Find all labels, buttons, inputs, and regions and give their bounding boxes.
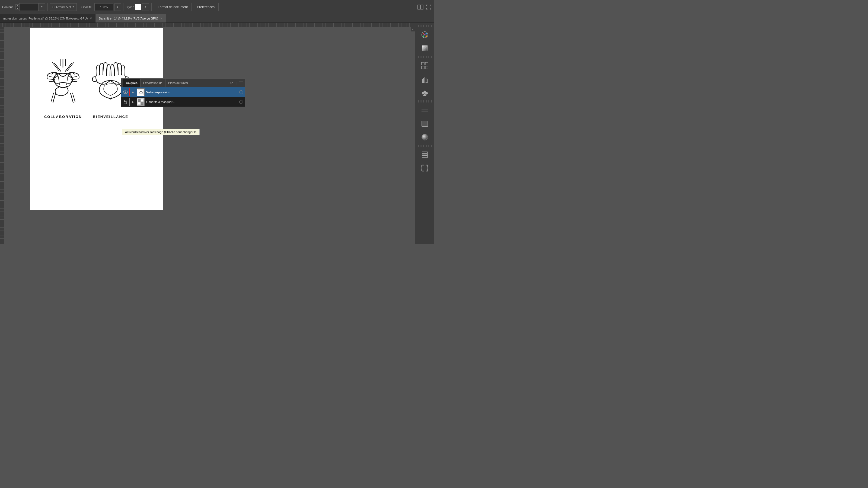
sidebar-rule-3 [416,100,433,102]
svg-rect-58 [422,152,428,154]
contour-group: Contour : ▲ ▼ ▼ [2,3,45,11]
style-swatch[interactable] [135,4,141,10]
layer-2-expand[interactable]: ▶ [130,99,135,104]
svg-rect-42 [425,66,428,69]
expand-icon[interactable] [425,4,432,10]
svg-rect-24 [138,90,144,95]
gradient-btn[interactable] [418,42,431,55]
contour-up-arrow[interactable]: ▲ [16,4,19,7]
layer-2-color-bar [129,98,130,106]
grid-btn[interactable] [418,59,431,72]
tab-1[interactable]: mpression_cartes_Foglietto.ai* @ 53,28% … [0,14,95,23]
more-tabs-btn[interactable]: >> [230,82,233,84]
contour-input-group: ▲ ▼ ▼ [16,3,45,11]
svg-point-34 [423,35,424,37]
tab-1-label: mpression_cartes_Foglietto.ai* @ 53,28% … [3,17,88,20]
layer-2-name: Gabarits à masquer... [146,100,239,104]
sidebar-rule-4 [416,145,433,147]
export-btn[interactable] [418,162,431,174]
opacite-group: Opacité : ▶ [82,3,121,11]
layer-2-circle[interactable] [239,100,243,104]
collaboration-label: COLLABORATION [44,115,82,119]
layer-row-2[interactable]: ▶ Gabarits à masquer... [121,97,245,107]
style-arrow-icon: ▼ [145,6,147,8]
artboard: COLLABORATION [30,28,163,210]
arrondi-btn[interactable]: Arrondi 5 pt ▼ [50,3,77,11]
preferences-button[interactable]: Préférences [193,3,219,11]
contour-dropdown[interactable]: ▼ [38,3,45,11]
tab-1-close[interactable]: ✕ [90,17,92,20]
layer-1-circle[interactable] [239,90,243,94]
opacite-arrow-btn[interactable]: ▶ [115,3,121,11]
bienveillance-label: BIENVEILLANCE [93,115,128,119]
scroll-up-btn[interactable]: ▲ [411,27,415,31]
contour-input[interactable] [19,3,38,11]
opacite-input[interactable] [94,3,113,11]
dot-icon [52,6,55,8]
calques-tab[interactable]: Calques [123,78,141,87]
svg-line-6 [52,62,59,71]
color-palette-btn[interactable] [418,28,431,41]
tab-separator: | [236,82,237,85]
circle-btn[interactable] [418,131,431,144]
layer-1-thumb [137,88,145,96]
style-group: Style : ▼ [126,3,149,11]
style-label: Style : [126,5,134,9]
club-btn[interactable] [418,86,431,99]
eye-icon [123,90,128,94]
opacite-label: Opacité : [82,5,93,9]
brush-btn[interactable] [418,73,431,86]
svg-point-32 [423,33,424,34]
layer-row-1[interactable]: ▶ Votre impression [121,87,245,97]
svg-rect-59 [422,154,428,156]
svg-rect-1 [421,5,423,9]
main-area: ▲ [0,23,434,244]
grid-icon [421,62,429,69]
plans-tab[interactable]: Plans de travai [165,78,191,87]
layers-stack-btn[interactable] [418,148,431,161]
contour-label: Contour : [2,5,14,9]
svg-rect-60 [422,156,428,158]
lines-btn[interactable] [418,104,431,117]
exportation-tab[interactable]: Exportation dé [141,78,165,87]
panels-icon[interactable] [417,4,424,10]
layer-1-eye[interactable] [122,89,129,95]
calques-tab-label: Calques [126,82,137,85]
rect-btn[interactable] [418,117,431,130]
sidebar-rule-2 [416,56,433,58]
svg-rect-29 [138,102,141,105]
plans-tab-label: Plans de travai [168,82,188,85]
left-ruler [0,27,4,244]
tab-2-label: Sans titre - 1* @ 43,92% (RVB/Aperçu GPU… [99,17,158,20]
format-doc-button[interactable]: Format de document [154,3,192,11]
layer-2-eye[interactable] [122,99,129,105]
svg-rect-56 [422,121,428,127]
svg-rect-61 [422,165,428,171]
arrondi-label: Arrondi 5 pt [56,5,71,9]
sep-1 [48,3,48,11]
svg-rect-40 [425,62,428,65]
layers-menu-btn[interactable] [239,82,243,84]
svg-line-7 [65,63,72,72]
layers-stack-icon [421,151,429,158]
svg-rect-28 [141,99,144,102]
svg-rect-39 [421,62,424,65]
svg-point-35 [425,35,427,37]
style-dropdown[interactable]: ▼ [142,3,149,11]
svg-point-23 [125,91,126,93]
svg-rect-0 [418,5,420,9]
collaboration-section: COLLABORATION [41,58,86,119]
canvas-area[interactable]: ▲ [0,23,415,244]
arrondi-group: Arrondi 5 pt ▼ [50,3,77,11]
tabs-collapse-arrow[interactable]: › [430,14,434,23]
svg-rect-41 [421,66,424,69]
tab-2[interactable]: Sans titre - 1* @ 43,92% (RVB/Aperçu GPU… [95,14,166,23]
tab-2-close[interactable]: ✕ [160,17,162,20]
contour-spinner[interactable]: ▲ ▼ [16,4,19,9]
menu-line-3 [239,84,243,84]
layers-panel: Calques Exportation dé Plans de travai >… [121,78,246,107]
contour-down-arrow[interactable]: ▼ [16,7,19,9]
layer-1-expand[interactable]: ▶ [130,90,135,95]
layer-2-thumb [137,98,145,106]
sep-2 [79,3,79,11]
